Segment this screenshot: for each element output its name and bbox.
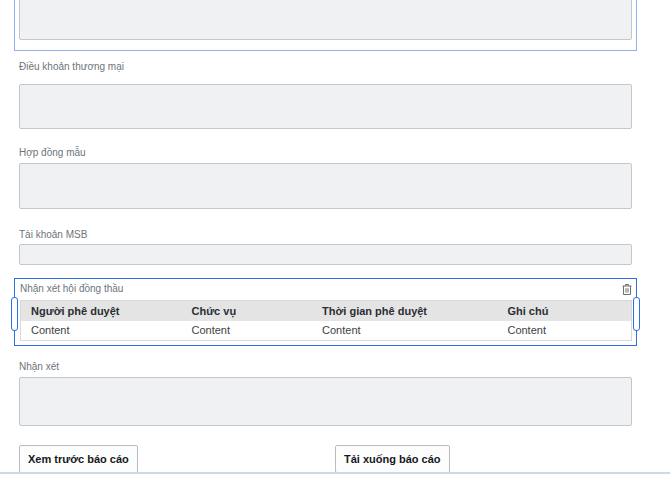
cell-note[interactable]: Content xyxy=(497,321,631,340)
col-header-position[interactable]: Chức vụ xyxy=(181,301,312,321)
download-report-button[interactable]: Tải xuống báo cáo xyxy=(335,445,450,473)
trash-icon xyxy=(621,283,633,296)
delete-table-button[interactable] xyxy=(619,281,635,298)
col-header-approval-time[interactable]: Thời gian phê duyệt xyxy=(312,301,497,321)
contract-template-textarea[interactable] xyxy=(19,163,632,209)
top-textarea[interactable] xyxy=(19,0,632,40)
cell-position[interactable]: Content xyxy=(181,321,312,340)
top-section-widget[interactable] xyxy=(14,0,637,51)
commercial-terms-label: Điều khoản thương mại xyxy=(19,61,124,73)
col-header-note[interactable]: Ghi chú xyxy=(497,301,631,321)
commercial-terms-textarea[interactable] xyxy=(19,84,632,129)
committee-comments-label: Nhận xét hội đồng thầu xyxy=(20,283,123,295)
table-row[interactable]: Content Content Content Content xyxy=(21,321,631,340)
cell-approval-time[interactable]: Content xyxy=(312,321,497,340)
preview-report-button[interactable]: Xem trước báo cáo xyxy=(19,445,138,473)
msb-account-input[interactable] xyxy=(19,244,632,265)
bottom-divider xyxy=(0,472,670,474)
comment-label: Nhận xét xyxy=(19,361,59,373)
table-header-row: Người phê duyệt Chức vụ Thời gian phê du… xyxy=(21,301,631,321)
resize-handle-left[interactable] xyxy=(11,297,18,331)
cell-approver[interactable]: Content xyxy=(21,321,181,340)
committee-table: Người phê duyệt Chức vụ Thời gian phê du… xyxy=(20,300,632,341)
resize-handle-right[interactable] xyxy=(633,297,640,331)
contract-template-label: Hợp đồng mẫu xyxy=(19,147,86,159)
col-header-approver[interactable]: Người phê duyệt xyxy=(21,301,181,321)
msb-account-label: Tài khoản MSB xyxy=(19,229,87,241)
comment-textarea[interactable] xyxy=(19,377,632,426)
report-form-screen: Điều khoản thương mại Hợp đồng mẫu Tài k… xyxy=(0,0,670,478)
